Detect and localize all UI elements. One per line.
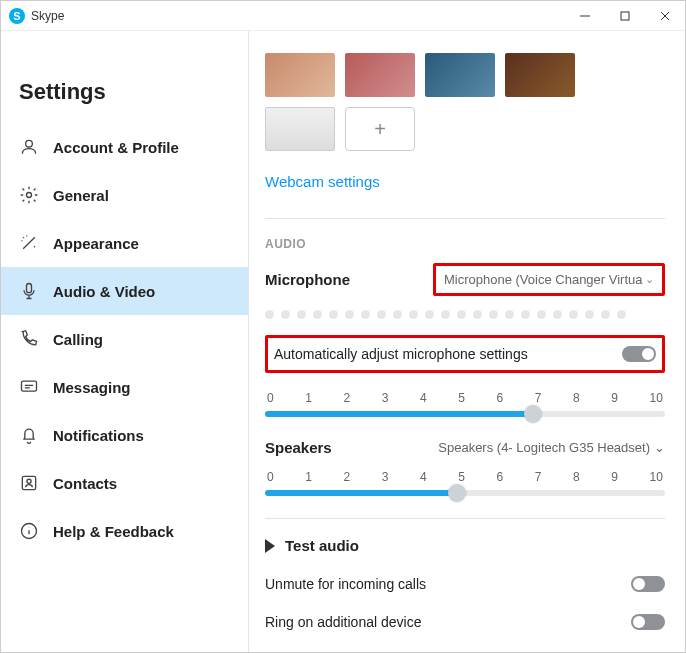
auto-adjust-toggle[interactable]	[622, 346, 656, 362]
window-controls	[565, 1, 685, 31]
test-audio-button[interactable]: Test audio	[265, 537, 665, 554]
minimize-button[interactable]	[565, 1, 605, 31]
info-icon	[19, 521, 39, 541]
background-thumbnail[interactable]	[425, 53, 495, 97]
slider-thumb[interactable]	[448, 484, 466, 502]
background-thumbnail[interactable]	[265, 107, 335, 151]
sidebar-item-label: Calling	[53, 331, 103, 348]
sidebar-item-calling[interactable]: Calling	[1, 315, 248, 363]
speakers-label: Speakers	[265, 439, 332, 456]
background-thumbnails-row-1	[265, 53, 665, 97]
auto-adjust-label: Automatically adjust microphone settings	[274, 346, 528, 362]
play-icon	[265, 539, 275, 553]
webcam-settings-link[interactable]: Webcam settings	[265, 173, 380, 190]
sidebar-item-help[interactable]: Help & Feedback	[1, 507, 248, 555]
window-title: Skype	[31, 9, 64, 23]
sidebar-item-account[interactable]: Account & Profile	[1, 123, 248, 171]
bell-icon	[19, 425, 39, 445]
svg-point-2	[27, 193, 32, 198]
add-background-button[interactable]: +	[345, 107, 415, 151]
divider	[265, 218, 665, 219]
chevron-down-icon: ⌄	[645, 273, 654, 286]
skype-logo-icon: S	[9, 8, 25, 24]
microphone-label: Microphone	[265, 271, 350, 288]
unmute-incoming-toggle[interactable]	[631, 576, 665, 592]
sidebar-item-label: Account & Profile	[53, 139, 179, 156]
unmute-incoming-row: Unmute for incoming calls	[265, 576, 665, 592]
maximize-button[interactable]	[605, 1, 645, 31]
sidebar-item-notifications[interactable]: Notifications	[1, 411, 248, 459]
svg-rect-4	[22, 381, 37, 391]
sidebar-item-label: General	[53, 187, 109, 204]
microphone-dropdown[interactable]: Microphone (Voice Changer Virtua	[444, 272, 643, 287]
svg-point-6	[27, 479, 31, 483]
microphone-level-meter	[265, 310, 665, 319]
svg-point-1	[26, 140, 33, 147]
gear-icon	[19, 185, 39, 205]
wand-icon	[19, 233, 39, 253]
ring-label: Ring on additional device	[265, 614, 421, 630]
titlebar: S Skype	[1, 1, 685, 31]
slider-ticks: 012345678910	[265, 470, 665, 484]
sidebar-item-label: Notifications	[53, 427, 144, 444]
speakers-row: Speakers Speakers (4- Logitech G35 Heads…	[265, 439, 665, 456]
contacts-icon	[19, 473, 39, 493]
background-thumbnails-row-2: +	[265, 107, 665, 151]
audio-section-label: AUDIO	[265, 237, 665, 251]
sidebar-item-label: Contacts	[53, 475, 117, 492]
sidebar-item-general[interactable]: General	[1, 171, 248, 219]
ring-additional-toggle[interactable]	[631, 614, 665, 630]
close-button[interactable]	[645, 1, 685, 31]
sidebar-item-label: Audio & Video	[53, 283, 155, 300]
message-icon	[19, 377, 39, 397]
background-thumbnail[interactable]	[345, 53, 415, 97]
sidebar-item-messaging[interactable]: Messaging	[1, 363, 248, 411]
ring-additional-row: Ring on additional device	[265, 614, 665, 630]
speakers-dropdown[interactable]: Speakers (4- Logitech G35 Headset) ⌄	[438, 440, 665, 455]
settings-sidebar: Settings Account & Profile General Appea…	[1, 31, 249, 652]
sidebar-item-label: Help & Feedback	[53, 523, 174, 540]
person-icon	[19, 137, 39, 157]
microphone-row: Microphone Microphone (Voice Changer Vir…	[265, 263, 665, 296]
sidebar-item-audio-video[interactable]: Audio & Video	[1, 267, 248, 315]
background-thumbnail[interactable]	[265, 53, 335, 97]
background-thumbnail[interactable]	[505, 53, 575, 97]
phone-icon	[19, 329, 39, 349]
settings-heading: Settings	[1, 79, 248, 123]
annotation-highlight: Microphone (Voice Changer Virtua ⌄	[433, 263, 665, 296]
divider	[265, 518, 665, 519]
chevron-down-icon: ⌄	[654, 440, 665, 455]
sidebar-item-appearance[interactable]: Appearance	[1, 219, 248, 267]
speaker-volume-slider[interactable]: 012345678910	[265, 470, 665, 496]
unmute-label: Unmute for incoming calls	[265, 576, 426, 592]
settings-main: + Webcam settings AUDIO Microphone Micro…	[249, 31, 685, 652]
plus-icon: +	[374, 118, 386, 141]
annotation-highlight: Automatically adjust microphone settings	[265, 335, 665, 373]
microphone-volume-slider[interactable]: 012345678910	[265, 391, 665, 417]
svg-rect-0	[621, 12, 629, 20]
slider-thumb[interactable]	[524, 405, 542, 423]
sidebar-item-label: Appearance	[53, 235, 139, 252]
sidebar-item-contacts[interactable]: Contacts	[1, 459, 248, 507]
sidebar-item-label: Messaging	[53, 379, 131, 396]
svg-rect-3	[27, 284, 32, 293]
slider-ticks: 012345678910	[265, 391, 665, 405]
microphone-icon	[19, 281, 39, 301]
